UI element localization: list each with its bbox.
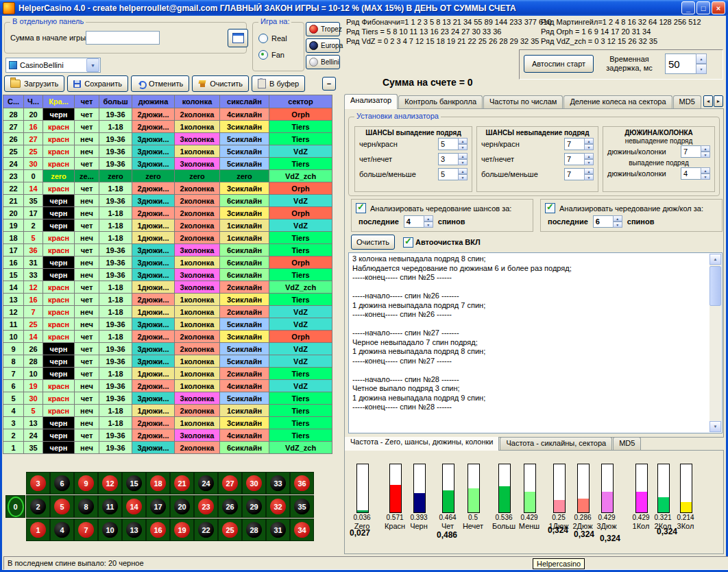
board-cell-21[interactable]: 21 [170,472,194,494]
tab-scroll-left-icon[interactable]: ◄ [703,95,713,107]
tab-2[interactable]: Контроль банкролла [398,95,483,109]
table-row[interactable]: 2135черннеч19-363дюжи...2колонка6сиклайн… [3,195,332,207]
dozen-column-spinner-2-down-icon[interactable]: ▼ [701,174,710,180]
radio-real[interactable] [258,34,268,43]
board-cell-3[interactable]: 3 [26,472,50,494]
table-row[interactable]: 230zeroze...zerozerozerozeroVdZ_zch [3,170,332,182]
board-cell-14[interactable]: 14 [122,495,146,518]
table-row[interactable]: 1014краснчет1-182дюжи...2колонка3сиклайн… [3,331,332,343]
maximize-button[interactable]: □ [696,1,710,14]
dozen-column-spinner-1-value[interactable]: 7 [681,145,701,158]
collapse-button[interactable]: − [322,77,336,91]
board-cell-32[interactable]: 32 [266,495,290,518]
freq-tab-3[interactable]: MD5 [613,437,641,451]
table-row[interactable]: 2627красннеч19-363дюжи...3колонка5сиклай… [3,133,332,145]
board-cell-27[interactable]: 27 [218,472,242,494]
table-row[interactable]: 135черннеч19-363дюжи...2колонка6сиклайнV… [3,442,332,454]
table-row[interactable]: 530краснчет19-363дюжи...3колонка5сиклайн… [3,392,332,405]
board-cell-34[interactable]: 34 [290,519,314,541]
table-row[interactable]: 2525красннеч19-363дюжи...1колонка5сиклай… [3,145,332,158]
log-clear-button[interactable]: Очистить [351,235,395,250]
board-cell-30[interactable]: 30 [242,472,266,494]
chances-miss-box-spinner-1-value[interactable]: 7 [564,138,584,150]
board-cell-10[interactable]: 10 [98,519,122,541]
board-cell-35[interactable]: 35 [290,495,314,518]
table-row[interactable]: 2820чернчет19-362дюжи...2колонка4сиклайн… [3,108,332,121]
chances-hit-box-spinner-3-down-icon[interactable]: ▼ [458,174,468,180]
table-row[interactable]: 926чернчет19-363дюжи...2колонка5сиклайнV… [3,343,332,355]
close-button[interactable]: × [712,1,725,14]
chances-hit-box-spinner-3-value[interactable]: 5 [438,168,458,180]
undo-button[interactable]: Отменить [131,75,189,92]
table-row[interactable]: 1631черннеч19-363дюжи...1колонка6сиклайн… [3,257,332,269]
board-cell-36[interactable]: 36 [290,472,314,494]
scroll-thumb[interactable] [709,266,721,306]
table-row[interactable]: 828чернчет19-363дюжи...1колонка5сиклайнV… [3,355,332,368]
board-cell-2[interactable]: 2 [26,495,50,518]
alternate-spinner-1-up-icon[interactable]: ▲ [424,215,433,222]
board-cell-17[interactable]: 17 [146,495,170,518]
tab-4[interactable]: Деление колеса на сектора [563,95,672,109]
board-cell-19[interactable]: 19 [170,519,194,541]
board-cell-0[interactable]: 0 [5,495,25,518]
board-cell-29[interactable]: 29 [242,495,266,518]
table-row[interactable]: 2716краснчет1-182дюжи...1колонка3сиклайн… [3,121,332,133]
minimize-button[interactable]: _ [681,1,695,14]
chevron-down-icon[interactable]: ▼ [86,58,99,72]
board-cell-33[interactable]: 33 [266,472,290,494]
europa-button[interactable]: Europa [306,38,340,53]
table-row[interactable]: 1736краснчет19-363дюжи...3колонка6сиклай… [3,244,332,257]
chances-miss-box-spinner-3-up-icon[interactable]: ▲ [584,168,594,174]
clear-button[interactable]: Очистить [192,75,249,92]
to-buffer-button[interactable]: В буфер [252,75,305,92]
chances-miss-box-spinner-2-up-icon[interactable]: ▲ [584,153,594,159]
board-cell-6[interactable]: 6 [50,472,74,494]
tab-5[interactable]: MD5 [673,95,701,109]
chances-hit-box-spinner-1-value[interactable]: 5 [438,138,458,150]
table-row[interactable]: 45красннеч1-181дюжи...2колонка1сиклайнTi… [3,405,332,417]
alternate-spinner-2-value[interactable]: 6 [593,215,613,228]
load-button[interactable]: Загрузить [4,75,64,92]
tropez-button[interactable]: Tropez [306,22,340,36]
dozen-column-spinner-1-down-icon[interactable]: ▼ [701,152,710,158]
dozen-column-spinner-1-up-icon[interactable]: ▲ [701,145,710,152]
board-cell-1[interactable]: 1 [26,519,50,541]
save-button[interactable]: Сохранить [67,75,128,92]
dozen-column-spinner-2-up-icon[interactable]: ▲ [701,167,710,174]
chances-miss-box-spinner-1-up-icon[interactable]: ▲ [584,138,594,144]
board-cell-26[interactable]: 26 [218,495,242,518]
delay-spinner-up-icon[interactable]: ▲ [696,53,707,64]
table-row[interactable]: 1533черннеч19-363дюжи...3колонка6сиклайн… [3,269,332,281]
table-row[interactable]: 192чернчет1-181дюжи...2колонка1сиклайнVd… [3,219,332,232]
chances-hit-box-spinner-2-value[interactable]: 3 [438,153,458,165]
board-cell-25[interactable]: 25 [218,519,242,541]
board-cell-13[interactable]: 13 [122,519,146,541]
chances-miss-box-spinner-2-value[interactable]: 7 [564,153,584,165]
chances-hit-box-spinner-3-up-icon[interactable]: ▲ [458,168,468,174]
chances-hit-box-spinner-2-up-icon[interactable]: ▲ [458,153,468,159]
autospin-start-button[interactable]: Автоспин старт [524,55,594,73]
analysis-log[interactable]: 3 колонка невыпадала подряд 8 спин; Набл… [348,252,723,433]
board-cell-11[interactable]: 11 [98,495,122,518]
alt-dozen-checkbox[interactable] [545,203,555,213]
chances-miss-box-spinner-3-down-icon[interactable]: ▼ [584,174,594,180]
board-cell-16[interactable]: 16 [146,519,170,541]
board-cell-18[interactable]: 18 [146,472,170,494]
casino-select[interactable]: CasinoBellini ▼ [5,58,101,73]
chances-hit-box-spinner-2-down-icon[interactable]: ▼ [458,159,468,165]
alternate-spinner-2-down-icon[interactable]: ▼ [613,222,622,228]
alternate-spinner-1-value[interactable]: 4 [404,215,424,228]
table-row[interactable]: 710чернчет1-181дюжи...1колонка2сиклайнTi… [3,368,332,380]
board-cell-22[interactable]: 22 [194,519,218,541]
detach-panel-button[interactable] [228,29,248,47]
table-row[interactable]: 2430краснчет19-363дюжи...3колонка5сиклай… [3,158,332,170]
table-row[interactable]: 2017черннеч1-182дюжи...2колонка3сиклайнO… [3,207,332,219]
tab-scroll-right-icon[interactable]: ► [714,95,723,107]
chances-hit-box-spinner-1-up-icon[interactable]: ▲ [458,138,468,144]
board-cell-23[interactable]: 23 [194,495,218,518]
board-cell-24[interactable]: 24 [194,472,218,494]
table-row[interactable]: 185красннеч1-181дюжи...2колонка1сиклайнT… [3,232,332,244]
board-cell-7[interactable]: 7 [74,519,98,541]
table-row[interactable]: 1125красннеч19-363дюжи...1колонка5сиклай… [3,318,332,331]
delay-spinner-down-icon[interactable]: ▼ [696,64,707,74]
